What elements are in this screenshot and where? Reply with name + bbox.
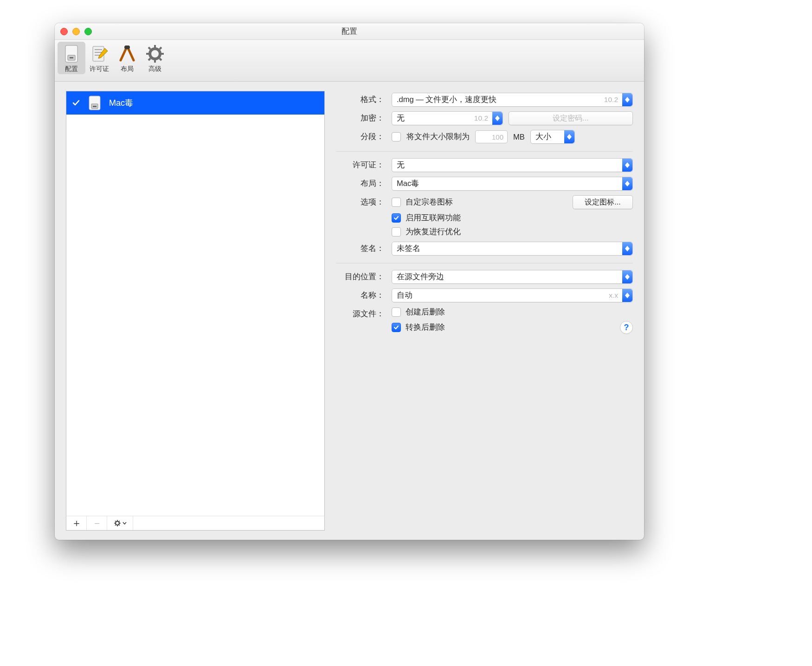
tab-label: 高级: [148, 65, 161, 73]
svg-line-15: [160, 58, 161, 60]
set-password-button[interactable]: 设定密码...: [509, 111, 633, 125]
svg-line-27: [119, 525, 120, 526]
svg-point-21: [116, 521, 119, 525]
window-title: 配置: [55, 26, 644, 37]
segment-size-field[interactable]: 100: [475, 130, 508, 143]
stepper-icon: [492, 112, 503, 125]
popup-value: .dmg — 文件更小，速度更快: [397, 95, 604, 105]
stepper-icon: [622, 289, 632, 302]
popup-value: 未签名: [397, 243, 621, 254]
popup-value: Mac毒: [397, 179, 621, 189]
chevron-down-icon: [122, 522, 127, 525]
list-item-label: Mac毒: [109, 97, 133, 109]
label-name: 名称：: [336, 290, 386, 301]
destination-popup[interactable]: 在源文件旁边: [392, 270, 633, 284]
svg-line-28: [115, 525, 116, 526]
svg-line-16: [148, 58, 150, 60]
tab-config[interactable]: 配置: [58, 42, 85, 74]
remove-button[interactable]: －: [87, 516, 107, 530]
disk-icon: [87, 95, 103, 111]
popup-value: 在源文件旁边: [397, 272, 621, 282]
action-menu-button[interactable]: [107, 516, 133, 530]
sign-popup[interactable]: 未签名: [392, 242, 633, 256]
license-popup[interactable]: 无: [392, 158, 633, 172]
tab-layout[interactable]: 布局: [113, 42, 141, 74]
stepper-icon: [622, 177, 632, 190]
name-popup[interactable]: 自动 x.x: [392, 288, 633, 302]
stepper-icon: [564, 130, 574, 143]
svg-line-26: [115, 521, 116, 522]
checkmark-icon: [72, 99, 80, 107]
document-pencil-icon: [89, 44, 110, 64]
svg-point-8: [126, 45, 130, 49]
popup-extra: 10.2: [604, 96, 618, 104]
label-options: 选项：: [336, 195, 386, 207]
toolbar: 配置 许可证 布局 高级: [55, 40, 644, 82]
format-popup[interactable]: .dmg — 文件更小，速度更快 10.2: [392, 93, 633, 107]
segment-label: 将文件大小限制为: [406, 132, 470, 142]
tab-advanced[interactable]: 高级: [141, 42, 169, 74]
stepper-icon: [622, 159, 632, 172]
gear-icon: [145, 44, 165, 64]
stepper-icon: [622, 270, 632, 283]
label-segment: 分段：: [336, 132, 386, 142]
svg-rect-20: [93, 106, 97, 107]
custom-volume-icon-checkbox[interactable]: [392, 198, 401, 207]
section-content: 许可证： 无 布局： Mac毒 选项：: [336, 151, 633, 256]
internet-enabled-checkbox[interactable]: [392, 213, 401, 223]
svg-point-9: [150, 49, 160, 59]
stepper-icon: [622, 93, 632, 106]
svg-rect-2: [70, 57, 73, 58]
svg-line-17: [160, 47, 161, 49]
list-footer: ＋ －: [66, 516, 325, 531]
tab-license[interactable]: 许可证: [85, 42, 113, 74]
encrypt-popup[interactable]: 无 10.2: [392, 111, 503, 125]
tab-label: 配置: [65, 65, 78, 73]
optimize-restore-checkbox[interactable]: [392, 227, 401, 237]
segment-checkbox[interactable]: [392, 132, 401, 141]
brushes-icon: [117, 44, 137, 64]
popup-extra: x.x: [609, 291, 618, 300]
plus-icon: ＋: [71, 516, 82, 530]
label-destination: 目的位置：: [336, 272, 386, 282]
gear-icon: [114, 519, 127, 527]
list-item[interactable]: Mac毒: [66, 91, 324, 115]
popup-value: 无: [397, 113, 474, 123]
section-output: 格式： .dmg — 文件更小，速度更快 10.2 加密： 无 10.2 设定密…: [336, 91, 633, 144]
label-sign: 签名：: [336, 243, 386, 254]
stepper-icon: [622, 242, 632, 255]
label-license: 许可证：: [336, 160, 386, 170]
label-format: 格式：: [336, 95, 386, 105]
segment-size-popup[interactable]: 大小: [530, 130, 575, 144]
set-icon-button[interactable]: 设定图标...: [573, 195, 633, 209]
tab-label: 许可证: [90, 65, 109, 73]
titlebar: 配置: [55, 23, 644, 40]
svg-line-14: [148, 47, 150, 49]
svg-line-29: [119, 521, 120, 522]
checkbox-label: 启用互联网功能: [406, 213, 461, 223]
content-area: Mac毒 ＋ － 格式： .: [55, 82, 644, 540]
checkbox-label: 自定宗卷图标: [406, 197, 453, 207]
checkbox-label: 转换后删除: [406, 322, 445, 333]
delete-after-convert-checkbox[interactable]: [392, 323, 401, 332]
popup-value: 大小: [535, 132, 563, 142]
popup-value: 无: [397, 160, 621, 170]
popup-extra: 10.2: [474, 114, 488, 122]
checkbox-label: 为恢复进行优化: [406, 227, 461, 237]
add-button[interactable]: ＋: [66, 516, 87, 530]
segment-unit: MB: [513, 133, 525, 141]
checkbox-label: 创建后删除: [406, 307, 445, 317]
help-button[interactable]: ?: [620, 321, 633, 334]
disk-icon: [61, 44, 82, 64]
preferences-window: 配置 配置 许可证 布局 高级: [55, 23, 644, 540]
delete-after-create-checkbox[interactable]: [392, 307, 401, 317]
question-icon: ?: [624, 323, 629, 333]
tab-label: 布局: [121, 65, 134, 73]
configurations-list[interactable]: Mac毒: [66, 91, 325, 516]
layout-popup[interactable]: Mac毒: [392, 177, 633, 191]
settings-form: 格式： .dmg — 文件更小，速度更快 10.2 加密： 无 10.2 设定密…: [336, 91, 633, 531]
label-source: 源文件：: [336, 307, 386, 319]
configurations-panel: Mac毒 ＋ －: [66, 91, 325, 531]
popup-value: 自动: [397, 290, 609, 301]
minus-icon: －: [92, 516, 102, 530]
